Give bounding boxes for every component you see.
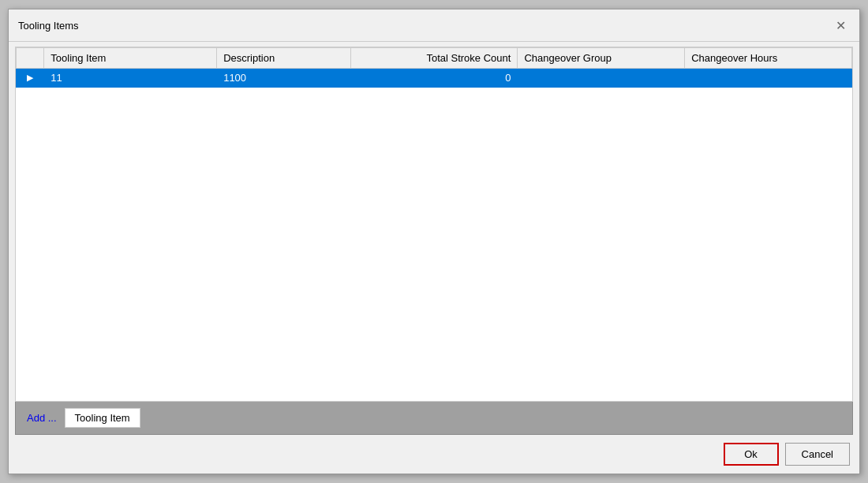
- row-indicator: ▶: [17, 69, 44, 88]
- tooling-items-dialog: Tooling Items ✕ Tooling Item Description…: [8, 9, 860, 474]
- title-bar: Tooling Items ✕: [9, 9, 859, 42]
- cell-changeover-hours: [685, 69, 852, 88]
- header-description: Description: [217, 48, 350, 69]
- cancel-button[interactable]: Cancel: [785, 443, 850, 466]
- footer-area: Ok Cancel: [9, 435, 859, 474]
- tooling-item-tab-button[interactable]: Tooling Item: [65, 408, 140, 428]
- ok-button[interactable]: Ok: [724, 443, 779, 466]
- header-total-stroke-count: Total Stroke Count: [350, 48, 518, 69]
- tooling-items-table: Tooling Item Description Total Stroke Co…: [16, 47, 852, 88]
- table-body: ▶1111000: [17, 69, 852, 88]
- cell-changeover-group: [518, 69, 685, 88]
- bottom-bar: Add ... Tooling Item: [15, 402, 853, 435]
- table-container[interactable]: Tooling Item Description Total Stroke Co…: [16, 47, 852, 401]
- header-changeover-hours: Changeover Hours: [685, 48, 852, 69]
- dialog-title: Tooling Items: [18, 20, 79, 32]
- header-changeover-group: Changeover Group: [518, 48, 685, 69]
- close-button[interactable]: ✕: [831, 16, 850, 35]
- table-header-row: Tooling Item Description Total Stroke Co…: [17, 48, 852, 69]
- cell-total-stroke-count: 0: [350, 69, 518, 88]
- cell-description: 1100: [217, 69, 350, 88]
- header-indicator: [17, 48, 44, 69]
- add-link[interactable]: Add ...: [24, 410, 60, 425]
- header-tooling-item: Tooling Item: [44, 48, 217, 69]
- content-area: Tooling Item Description Total Stroke Co…: [15, 47, 853, 402]
- table-row[interactable]: ▶1111000: [17, 69, 852, 88]
- cell-tooling-item: 11: [44, 69, 217, 88]
